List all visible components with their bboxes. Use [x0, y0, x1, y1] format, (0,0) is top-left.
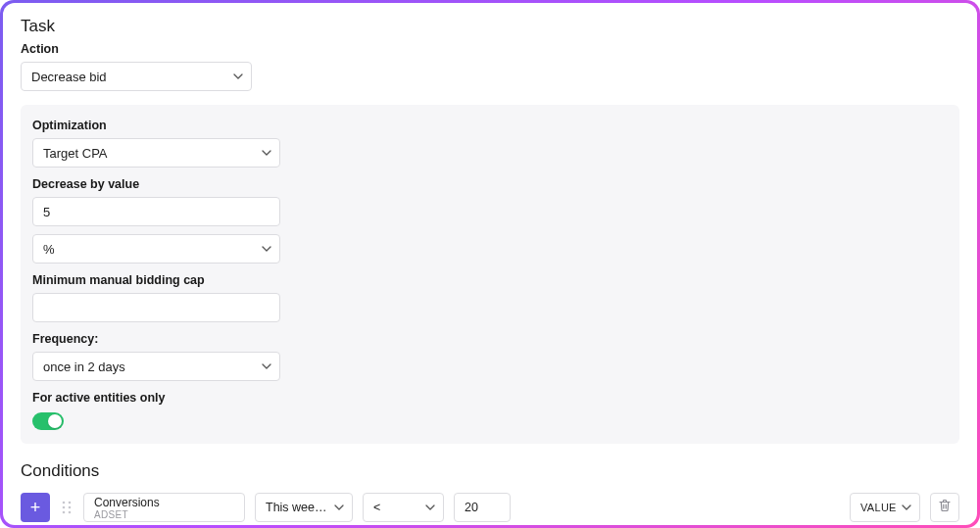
frequency-label: Frequency:	[32, 332, 948, 346]
condition-compare-type-select[interactable]: VALUE	[850, 493, 920, 522]
condition-compare-type-value: VALUE	[860, 502, 897, 513]
decrease-unit-select[interactable]: %	[32, 234, 280, 264]
chevron-down-icon	[262, 150, 271, 156]
svg-point-3	[69, 506, 72, 509]
optimization-label: Optimization	[32, 119, 948, 132]
min-cap-label: Minimum manual bidding cap	[32, 273, 948, 287]
plus-icon: +	[30, 498, 41, 518]
svg-point-4	[63, 511, 66, 514]
action-select-value: Decrease bid	[31, 70, 107, 84]
chevron-down-icon	[425, 504, 435, 510]
min-cap-input[interactable]	[32, 293, 280, 322]
optimization-select[interactable]: Target CPA	[32, 138, 280, 168]
condition-metric-name: Conversions	[94, 497, 234, 509]
condition-timeframe-select[interactable]: This week (…	[255, 493, 353, 522]
condition-value-input[interactable]	[454, 493, 511, 522]
svg-point-5	[69, 511, 72, 514]
condition-timeframe-value: This week (…	[266, 501, 328, 514]
add-condition-button[interactable]: +	[21, 493, 50, 522]
decrease-value-input[interactable]	[32, 197, 280, 226]
frequency-select[interactable]: once in 2 days	[32, 352, 280, 381]
condition-row: + Conversions ADSET This week (…	[21, 493, 959, 522]
svg-point-1	[69, 502, 72, 504]
chevron-down-icon	[334, 504, 344, 510]
action-select[interactable]: Decrease bid	[21, 62, 252, 91]
condition-metric-select[interactable]: Conversions ADSET	[83, 493, 245, 522]
chevron-down-icon	[902, 504, 911, 510]
conditions-section-title: Conditions	[21, 461, 959, 481]
decrease-unit-value: %	[43, 242, 55, 257]
active-entities-label: For active entities only	[32, 391, 948, 405]
active-entities-toggle[interactable]	[32, 412, 64, 430]
chevron-down-icon	[262, 363, 271, 369]
condition-operator-value: <	[373, 501, 380, 514]
optimization-select-value: Target CPA	[43, 146, 108, 161]
task-section-title: Task	[21, 17, 959, 36]
frequency-select-value: once in 2 days	[43, 360, 125, 374]
trash-icon	[938, 499, 952, 516]
chevron-down-icon	[233, 73, 243, 79]
action-label: Action	[21, 42, 959, 56]
delete-condition-button[interactable]	[930, 493, 959, 522]
optimization-block: Optimization Target CPA Decrease by valu…	[21, 105, 959, 444]
condition-operator-select[interactable]: <	[363, 493, 444, 522]
condition-metric-level: ADSET	[94, 509, 234, 520]
drag-handle-icon[interactable]	[60, 493, 74, 522]
decrease-value-label: Decrease by value	[32, 177, 948, 191]
chevron-down-icon	[262, 246, 271, 252]
svg-point-0	[63, 502, 66, 504]
svg-point-2	[63, 506, 66, 509]
